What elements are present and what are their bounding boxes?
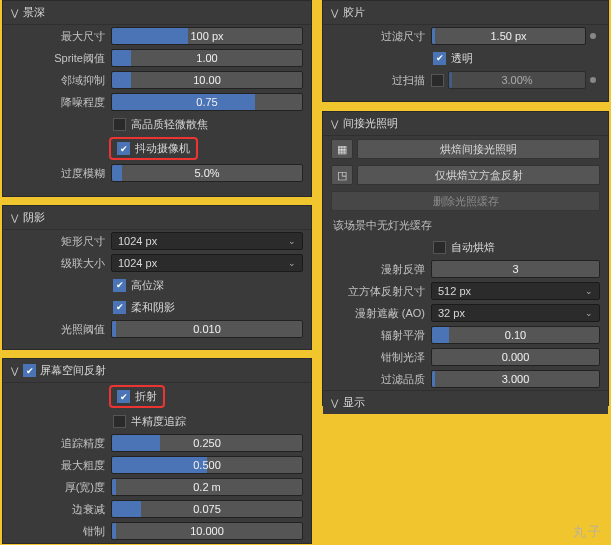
section-header-gi[interactable]: ⋁ 间接光照明 [323,112,608,136]
label-max-size: 最大尺寸 [11,29,111,44]
dropdown-cascade-size[interactable]: 1024 px⌄ [111,254,303,272]
section-title: 阴影 [23,210,45,225]
delete-cache-button[interactable]: 删除光照缓存 [331,191,600,211]
chevron-down-icon: ⋁ [9,8,19,18]
label-diffuse-bounces: 漫射反弹 [331,262,431,277]
section-header-dof[interactable]: ⋁ 景深 [3,1,311,25]
section-title: 胶片 [343,5,365,20]
highlight-jitter: 抖动摄像机 [109,137,198,160]
slider-denoise[interactable]: 0.75 [111,93,303,111]
checkbox-auto-bake[interactable] [433,241,446,254]
caret-icon: ⌄ [288,236,296,246]
slider-light-threshold[interactable]: 0.010 [111,320,303,338]
slider-glossy-clamp[interactable]: 0.000 [431,348,600,366]
section-header-ssr[interactable]: ⋁ 屏幕空间反射 [3,359,311,383]
slider-clamp[interactable]: 10.000 [111,522,303,540]
chevron-down-icon: ⋁ [9,213,19,223]
label-sprite: Sprite阈值 [11,51,111,66]
chevron-down-icon: ⋁ [329,8,339,18]
slider-edge-fade[interactable]: 0.075 [111,500,303,518]
label-edge-fade: 边衰减 [11,502,111,517]
label-denoise: 降噪程度 [11,95,111,110]
label-refraction: 折射 [135,389,157,404]
label-high-bitdepth: 高位深 [131,278,164,293]
label-max-roughness: 最大粗度 [11,458,111,473]
checkbox-ssr-enable[interactable] [23,364,36,377]
label-cubemap-size: 立方体反射尺寸 [331,284,431,299]
no-cache-text: 该场景中无灯光缓存 [333,218,432,233]
label-hq-bokeh: 高品质轻微散焦 [131,117,208,132]
label-jitter-camera: 抖动摄像机 [135,141,190,156]
section-title: 间接光照明 [343,116,398,131]
keyframe-dot-icon[interactable] [590,77,596,83]
label-trace-precision: 追踪精度 [11,436,111,451]
slider-trace-precision[interactable]: 0.250 [111,434,303,452]
checkbox-high-bitdepth[interactable] [113,279,126,292]
caret-icon: ⌄ [585,286,593,296]
watermark: 丸子 [573,523,603,541]
cubemap-icon: ◳ [337,169,347,182]
dropdown-cubemap-size[interactable]: 512 px⌄ [431,282,600,300]
slider-filter-size[interactable]: 1.50 px [431,27,586,45]
slider-max-roughness[interactable]: 0.500 [111,456,303,474]
bake-cubemap-button[interactable]: 仅烘焙立方盒反射 [357,165,600,185]
label-diffuse-occlusion: 漫射遮蔽 (AO) [331,306,431,321]
label-light-threshold: 光照阈值 [11,322,111,337]
bake-indirect-button[interactable]: 烘焙间接光照明 [357,139,600,159]
field-diffuse-bounces[interactable]: 3 [431,260,600,278]
highlight-refraction: 折射 [109,385,165,408]
chevron-down-icon: ⋁ [329,119,339,129]
checkbox-jitter-camera[interactable] [117,142,130,155]
checkbox-half-res[interactable] [113,415,126,428]
slider-sprite[interactable]: 1.00 [111,49,303,67]
section-title: 景深 [23,5,45,20]
bake-cubemap-icon-button[interactable]: ◳ [331,165,353,185]
label-cube-size: 矩形尺寸 [11,234,111,249]
slider-thickness[interactable]: 0.2 m [111,478,303,496]
label-overscan: 过扫描 [331,73,431,88]
caret-icon: ⌄ [288,258,296,268]
label-soft-shadows: 柔和阴影 [131,300,175,315]
checkbox-hq-bokeh[interactable] [113,118,126,131]
label-irradiance-smooth: 辐射平滑 [331,328,431,343]
label-transparent: 透明 [451,51,473,66]
caret-icon: ⌄ [585,308,593,318]
chevron-right-icon: ⋁ [329,398,339,408]
checkbox-soft-shadows[interactable] [113,301,126,314]
slider-overscan[interactable]: 3.00% [448,71,586,89]
slider-overblur[interactable]: 5.0% [111,164,303,182]
section-header-shadow[interactable]: ⋁ 阴影 [3,206,311,230]
label-thickness: 厚(宽)度 [11,480,111,495]
checkbox-transparent[interactable] [433,52,446,65]
section-header-film[interactable]: ⋁ 胶片 [323,1,608,25]
chevron-down-icon: ⋁ [9,366,19,376]
dropdown-cube-size[interactable]: 1024 px⌄ [111,232,303,250]
slider-irradiance-smooth[interactable]: 0.10 [431,326,600,344]
label-filter-size: 过滤尺寸 [331,29,431,44]
section-header-display[interactable]: ⋁ 显示 [323,390,608,414]
slider-max-size[interactable]: 100 px [111,27,303,45]
label-cascade-size: 级联大小 [11,256,111,271]
label-filter-quality: 过滤品质 [331,372,431,387]
label-overblur: 过度模糊 [11,166,111,181]
slider-neighbor[interactable]: 10.00 [111,71,303,89]
checkbox-overscan[interactable] [431,74,444,87]
label-auto-bake: 自动烘焙 [451,240,495,255]
keyframe-dot-icon[interactable] [590,33,596,39]
section-title: 显示 [343,395,365,410]
bake-icon-button[interactable]: ▦ [331,139,353,159]
label-neighbor: 邻域抑制 [11,73,111,88]
bake-icon: ▦ [337,143,347,156]
label-glossy-clamp: 钳制光泽 [331,350,431,365]
dropdown-diffuse-occlusion[interactable]: 32 px⌄ [431,304,600,322]
label-half-res: 半精度追踪 [131,414,186,429]
label-clamp: 钳制 [11,524,111,539]
slider-filter-quality[interactable]: 3.000 [431,370,600,388]
section-title: 屏幕空间反射 [40,363,106,378]
checkbox-refraction[interactable] [117,390,130,403]
